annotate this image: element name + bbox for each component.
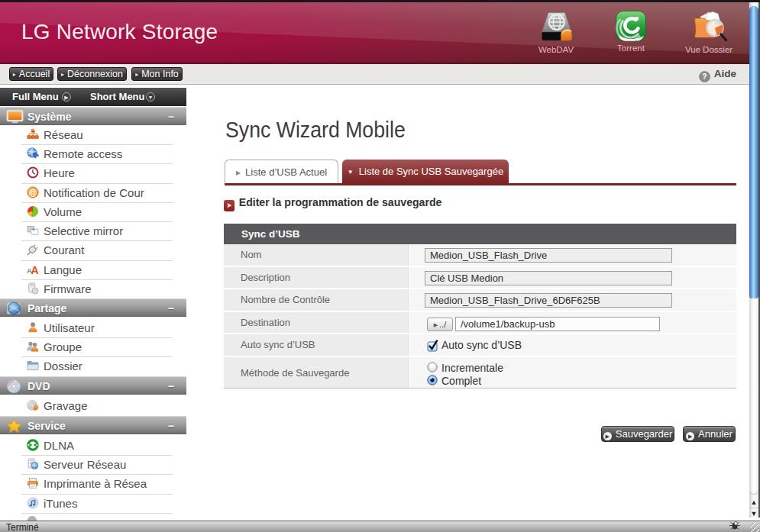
svg-text:A: A xyxy=(31,264,39,276)
svg-text:@: @ xyxy=(29,188,37,197)
